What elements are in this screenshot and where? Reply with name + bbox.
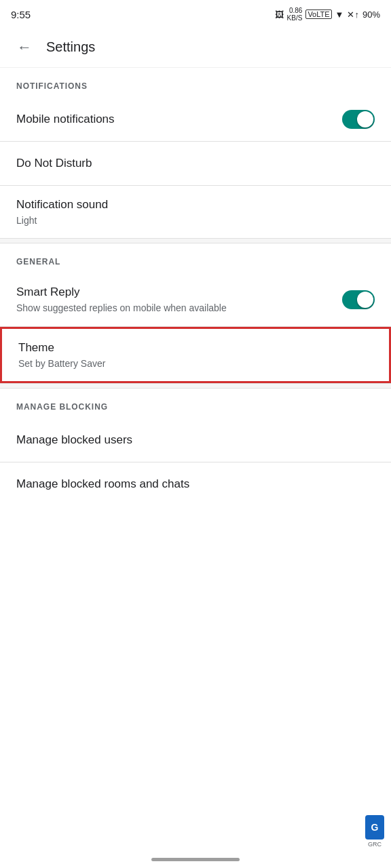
setting-title-manage-blocked-users: Manage blocked users <box>16 432 375 448</box>
setting-text-smart-reply: Smart ReplyShow suggested replies on mob… <box>16 284 342 315</box>
grammarly-label: GRC <box>368 841 381 848</box>
section-separator <box>0 238 391 243</box>
setting-title-mobile-notifications: Mobile notifications <box>16 111 342 127</box>
grammarly-widget[interactable]: G GRC <box>365 815 384 848</box>
setting-item-theme[interactable]: ThemeSet by Battery Saver <box>0 327 391 383</box>
setting-text-mobile-notifications: Mobile notifications <box>16 111 342 127</box>
setting-text-theme: ThemeSet by Battery Saver <box>18 340 373 370</box>
setting-title-smart-reply: Smart Reply <box>16 284 342 300</box>
grammarly-icon: G <box>365 815 384 840</box>
wifi-icon: ▼ <box>335 9 344 20</box>
bottom-area <box>0 852 391 868</box>
notification-icon: 🖼 <box>275 9 284 20</box>
settings-list: NOTIFICATIONSMobile notificationsDo Not … <box>0 68 391 506</box>
toggle-mobile-notifications[interactable] <box>342 110 375 129</box>
back-button[interactable]: ← <box>11 34 38 61</box>
battery-level: 90% <box>362 9 380 20</box>
setting-title-manage-blocked-rooms: Manage blocked rooms and chats <box>16 476 375 492</box>
setting-text-do-not-disturb: Do Not Disturb <box>16 155 375 172</box>
setting-title-do-not-disturb: Do Not Disturb <box>16 155 375 172</box>
setting-title-notification-sound: Notification sound <box>16 197 375 213</box>
setting-item-smart-reply[interactable]: Smart ReplyShow suggested replies on mob… <box>0 273 391 326</box>
page-title: Settings <box>46 39 95 55</box>
setting-subtitle-notification-sound: Light <box>16 214 375 228</box>
setting-text-manage-blocked-users: Manage blocked users <box>16 432 375 448</box>
section-header-notifications: NOTIFICATIONS <box>0 68 391 98</box>
section-header-manage-blocking: MANAGE BLOCKING <box>0 389 391 418</box>
setting-item-manage-blocked-users[interactable]: Manage blocked users <box>0 418 391 462</box>
status-icons: 🖼 0.86KB/S VoLTE ▼ ✕↑ 90% <box>275 7 380 22</box>
bottom-handle <box>151 858 240 861</box>
status-bar: 9:55 🖼 0.86KB/S VoLTE ▼ ✕↑ 90% <box>0 0 391 27</box>
setting-subtitle-smart-reply: Show suggested replies on mobile when av… <box>16 302 342 315</box>
setting-item-do-not-disturb[interactable]: Do Not Disturb <box>0 142 391 185</box>
data-speed: 0.86KB/S <box>287 7 303 22</box>
setting-subtitle-theme: Set by Battery Saver <box>18 357 373 371</box>
setting-text-manage-blocked-rooms: Manage blocked rooms and chats <box>16 476 375 492</box>
section-separator <box>0 383 391 389</box>
toggle-knob-smart-reply <box>357 292 373 308</box>
toggle-smart-reply[interactable] <box>342 290 375 309</box>
app-bar: ← Settings <box>0 27 391 68</box>
setting-text-notification-sound: Notification soundLight <box>16 197 375 227</box>
back-arrow-icon: ← <box>17 39 32 56</box>
toggle-knob-mobile-notifications <box>357 111 373 127</box>
setting-item-notification-sound[interactable]: Notification soundLight <box>0 186 391 238</box>
setting-title-theme: Theme <box>18 340 373 356</box>
setting-item-mobile-notifications[interactable]: Mobile notifications <box>0 98 391 141</box>
status-time: 9:55 <box>11 9 31 20</box>
setting-item-manage-blocked-rooms[interactable]: Manage blocked rooms and chats <box>0 462 391 506</box>
volte-icon: VoLTE <box>305 9 331 19</box>
signal-icon: ✕↑ <box>347 9 359 20</box>
section-header-general: GENERAL <box>0 243 391 273</box>
